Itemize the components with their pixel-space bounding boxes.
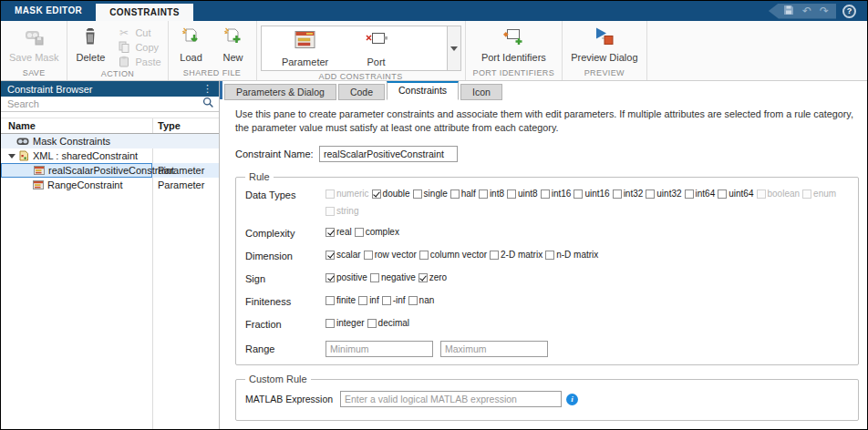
unchecked-box-icon <box>718 189 727 199</box>
tab-icon[interactable]: Icon <box>460 84 502 100</box>
checkbox-positive[interactable]: positive <box>326 272 367 282</box>
unchecked-box-icon <box>382 296 391 305</box>
checkbox-nan[interactable]: nan <box>408 295 435 305</box>
checkbox-int16[interactable]: int16 <box>541 189 572 199</box>
delete-button[interactable]: Delete <box>71 24 109 64</box>
checkbox-2-D-matrix[interactable]: 2-D matrix <box>490 250 542 260</box>
tab-parameters-dialog[interactable]: Parameters & Dialog <box>224 84 336 100</box>
constraint-name-input[interactable] <box>319 146 458 162</box>
quick-access-strip: ↶ ↷ <box>769 4 836 19</box>
preview-dialog-button[interactable]: Preview Dialog <box>566 24 642 64</box>
tree-row-mask-constraints[interactable]: Mask Constraints <box>1 134 219 148</box>
checkbox-uint32[interactable]: uint32 <box>646 189 681 199</box>
copy-label: Copy <box>135 42 159 53</box>
checkbox-label: numeric <box>336 189 369 199</box>
checkbox-decimal[interactable]: decimal <box>367 318 409 328</box>
checkbox-uint16[interactable]: uint16 <box>574 189 609 199</box>
checkbox-integer[interactable]: integer <box>326 318 365 328</box>
column-header-type[interactable]: Type <box>152 120 181 131</box>
range-maximum-input[interactable] <box>440 341 548 357</box>
rule-category-label: Sign <box>245 272 326 284</box>
matlab-expression-input[interactable] <box>340 391 562 407</box>
tree-row-xml-shared-constraint[interactable]: XML : sharedConstraint <box>1 148 219 163</box>
constraint-name-label: Constraint Name: <box>235 148 319 159</box>
checkbox-label: row vector <box>375 250 417 260</box>
editor-content: Use this pane to create parameter constr… <box>220 100 867 429</box>
preview-dialog-icon <box>594 26 615 50</box>
checkbox-negative[interactable]: negative <box>370 272 416 282</box>
checkbox-uint8[interactable]: uint8 <box>507 189 538 199</box>
tab-constraints[interactable]: CONSTRAINTS <box>96 4 193 21</box>
custom-rule-legend: Custom Rule <box>245 374 311 384</box>
rule-category-label: Finiteness <box>245 295 326 307</box>
checkbox-single[interactable]: single <box>413 189 448 199</box>
unchecked-box-icon <box>545 251 554 260</box>
tree-row-type <box>152 134 219 148</box>
tab-constraints-pane[interactable]: Constraints <box>387 81 459 100</box>
checkbox-finite[interactable]: finite <box>326 295 356 305</box>
port-identifiers-button[interactable]: Port Identifiers <box>477 24 551 64</box>
help-icon[interactable]: ? <box>842 5 856 18</box>
checkbox-string: string <box>326 206 358 216</box>
expander-icon[interactable] <box>8 154 16 159</box>
search-input[interactable] <box>7 98 202 109</box>
constraint-icon <box>34 166 45 175</box>
unchecked-box-icon <box>419 251 429 260</box>
checkbox-complex[interactable]: complex <box>355 227 399 237</box>
cut-label: Cut <box>135 27 150 38</box>
constraint-browser-header: Constraint Browser ⋮ <box>1 81 219 97</box>
checkbox-row-vector[interactable]: row vector <box>364 250 417 260</box>
editor-panel: Parameters & Dialog Code Constraints Ico… <box>220 81 867 429</box>
parameter-constraint-button[interactable]: Parameter <box>273 26 338 70</box>
tree-row-type: Parameter <box>152 178 219 192</box>
checkbox-inf[interactable]: inf <box>358 295 379 305</box>
checkbox-label: int32 <box>624 189 644 199</box>
unchecked-box-icon <box>507 189 516 199</box>
tree-row-label: XML : sharedConstraint <box>33 150 138 161</box>
new-button[interactable]: New <box>214 24 253 64</box>
port-constraint-button[interactable]: Port <box>344 26 409 70</box>
range-minimum-input[interactable] <box>326 341 433 357</box>
gallery-dropdown-button[interactable] <box>447 26 460 70</box>
unchecked-box-icon <box>355 228 364 237</box>
load-label: Load <box>180 52 202 63</box>
unchecked-box-icon <box>326 189 335 199</box>
checkbox-real[interactable]: real <box>326 227 352 237</box>
tab-mask-editor[interactable]: MASK EDITOR <box>1 1 96 21</box>
redo-icon[interactable]: ↷ <box>820 5 829 16</box>
checkbox-column-vector[interactable]: column vector <box>419 250 487 260</box>
checkbox-uint64[interactable]: uint64 <box>718 189 753 199</box>
delete-label: Delete <box>77 52 106 63</box>
checkbox-int64[interactable]: int64 <box>685 189 716 199</box>
checked-box-icon <box>372 189 381 199</box>
splitter-handle[interactable] <box>220 81 222 99</box>
unchecked-box-icon <box>646 189 655 199</box>
save-mask-button: Save Mask <box>5 24 63 64</box>
rule-category-label: Fraction <box>245 318 326 330</box>
parameter-label: Parameter <box>282 56 328 67</box>
rule-row-sign: Signpositivenegativezero <box>245 272 851 284</box>
info-icon[interactable]: i <box>566 394 578 405</box>
unchecked-box-icon <box>802 189 811 199</box>
checkbox-n-D-matrix[interactable]: n-D matrix <box>545 250 598 260</box>
tree-row-label: RangeConstraint <box>47 179 123 190</box>
panel-menu-icon[interactable]: ⋮ <box>202 84 212 94</box>
save-icon[interactable] <box>783 3 794 19</box>
checkbox-double[interactable]: double <box>372 189 410 199</box>
checkbox-zero[interactable]: zero <box>418 272 447 282</box>
undo-icon[interactable]: ↶ <box>802 5 811 16</box>
checkbox-int32[interactable]: int32 <box>613 189 644 199</box>
load-button[interactable]: Load <box>172 24 211 64</box>
tree-row-range-constraint[interactable]: RangeConstraint Parameter <box>1 178 219 192</box>
checkbox-scalar[interactable]: scalar <box>326 250 361 260</box>
rule-options: realcomplex <box>326 227 851 237</box>
checkbox--inf[interactable]: -inf <box>382 295 406 305</box>
tab-code[interactable]: Code <box>338 84 385 100</box>
search-icon[interactable] <box>202 96 214 112</box>
checkbox-half[interactable]: half <box>450 189 476 199</box>
tree-row-real-scalar-positive-constraint[interactable]: realScalarPositiveConstraint Parameter <box>1 163 219 178</box>
section-label-shared-file: SHARED FILE <box>172 67 253 79</box>
column-header-name[interactable]: Name <box>1 120 152 131</box>
clipboard-buttons: ✂ Cut Copy Paste <box>113 24 163 68</box>
checkbox-int8[interactable]: int8 <box>479 189 504 199</box>
